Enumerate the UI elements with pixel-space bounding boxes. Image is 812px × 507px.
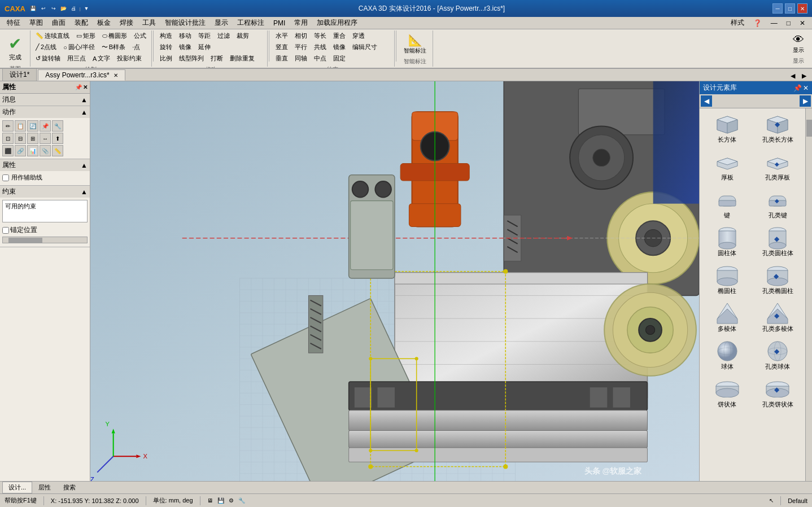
action-icon-edit[interactable]: ✏ — [2, 120, 14, 132]
menu-display[interactable]: 显示 — [210, 17, 233, 29]
tab-assy[interactable]: Assy Powertr...r3.ics* ✕ — [38, 69, 125, 81]
design-item-disk[interactable]: 饼状体 — [705, 378, 750, 409]
btn-move[interactable]: 移动 — [176, 30, 194, 41]
anchor-checkbox[interactable] — [2, 227, 9, 234]
canvas-area[interactable]: X Y Z 头条 @软服之家 — [90, 81, 699, 481]
design-item-hole-disk[interactable]: ◆ 孔类饼状体 — [755, 378, 800, 409]
qa-undo[interactable]: ↩ — [39, 4, 48, 13]
panel-close[interactable]: ✕ — [83, 84, 88, 90]
btn-tangent[interactable]: 相切 — [292, 30, 310, 41]
btn-ellipse[interactable]: ⬭椭圆形 — [99, 30, 130, 41]
menu-banjin[interactable]: 板金 — [93, 17, 115, 29]
auxiliary-line-checkbox[interactable] — [2, 174, 9, 181]
menu-pmi[interactable]: PMI — [269, 18, 290, 28]
bottom-tab-layer[interactable]: 层性 — [32, 482, 57, 493]
btn-delete-dup[interactable]: 删除重复 — [227, 53, 257, 64]
btn-parallel[interactable]: 平行 — [292, 42, 310, 53]
btn-crop[interactable]: 裁剪 — [234, 30, 252, 41]
section-properties-header[interactable]: 属性 ▲ — [0, 159, 90, 171]
design-item-hole-ellipse[interactable]: ◆ 孔类椭圆柱 — [755, 264, 800, 295]
btn-vertical[interactable]: 竖直 — [273, 42, 291, 53]
btn-smart-annotation[interactable]: 📐 智能标注 — [401, 32, 429, 56]
design-item-prism[interactable]: 多棱体 — [705, 302, 750, 333]
rpanel-scrollbar[interactable] — [805, 108, 812, 481]
design-item-hole-cyl[interactable]: ◆ 孔类圆柱体 — [755, 226, 800, 257]
btn-rotate-axis[interactable]: ↺旋转轴 — [33, 53, 63, 64]
btn-construct[interactable]: 构造 — [157, 30, 175, 41]
design-item-sphere[interactable]: 球体 — [705, 340, 750, 371]
btn-coaxial[interactable]: 同轴 — [292, 53, 310, 64]
btn-project-constraint[interactable]: 投影约束 — [114, 53, 145, 64]
btn-point[interactable]: ·点 — [129, 42, 143, 53]
btn-equal-length[interactable]: 等长 — [311, 30, 329, 41]
btn-midpoint[interactable]: 中点 — [311, 53, 329, 64]
btn-formula[interactable]: 公式 — [131, 30, 149, 41]
btn-text[interactable]: A文字 — [90, 53, 113, 64]
menu-load-app[interactable]: 加载应用程序 — [312, 17, 362, 29]
action-icon-align[interactable]: ⊟ — [15, 133, 26, 144]
btn-2point-line[interactable]: ╱2点线 — [33, 42, 59, 53]
design-item-key[interactable]: 键 — [705, 189, 750, 220]
close-button[interactable]: ✕ — [797, 3, 807, 14]
complete-button[interactable]: ✔ 完成 — [3, 32, 27, 64]
action-icon-space[interactable]: ⊞ — [27, 133, 38, 144]
menu-qumian[interactable]: 曲面 — [47, 17, 70, 29]
design-item-hole-sphere[interactable]: ◆ 孔类球体 — [755, 340, 800, 371]
btn-rectangle[interactable]: ▭矩形 — [73, 30, 98, 41]
action-icon-pin[interactable]: 📌 — [40, 120, 51, 132]
rpanel-nav-left[interactable]: ◀ — [701, 95, 712, 107]
bottom-tab-search[interactable]: 搜索 — [57, 482, 82, 493]
btn-break[interactable]: 打断 — [208, 53, 226, 64]
tab-assy-close[interactable]: ✕ — [113, 72, 118, 78]
action-icon-link[interactable]: 🔗 — [15, 145, 26, 156]
btn-extend[interactable]: 延伸 — [195, 42, 213, 53]
design-item-hole-key[interactable]: ◆ 孔类键 — [755, 189, 800, 220]
menu-close[interactable]: ✕ — [795, 18, 810, 28]
action-icon-up[interactable]: ⬆ — [52, 133, 63, 144]
menu-gongju[interactable]: 工具 — [138, 17, 160, 29]
menu-style[interactable]: 样式 — [726, 17, 749, 29]
action-icon-copy[interactable]: 📋 — [15, 120, 26, 132]
btn-edit-dim[interactable]: 编辑尺寸 — [350, 42, 380, 53]
btn-display[interactable]: 👁 显示 — [788, 32, 809, 56]
btn-pattern[interactable]: 线型阵列 — [176, 53, 207, 64]
qa-save[interactable]: 💾 — [29, 4, 38, 13]
menu-caotu[interactable]: 草图 — [25, 17, 47, 29]
btn-perpendicular[interactable]: 垂直 — [273, 53, 291, 64]
menu-common[interactable]: 常用 — [290, 17, 312, 29]
btn-penetrate[interactable]: 穿透 — [350, 30, 368, 41]
design-item-hole-box[interactable]: ◆ 孔类长方体 — [755, 113, 800, 144]
section-action-header[interactable]: 动作 ▲ — [0, 106, 90, 118]
btn-mirror[interactable]: 镜像 — [176, 42, 194, 53]
btn-rotate[interactable]: 旋转 — [157, 42, 175, 53]
constraint-scrollbar[interactable] — [2, 237, 88, 243]
btn-filter[interactable]: 过滤 — [215, 30, 233, 41]
action-icon-rotate[interactable]: 🔄 — [27, 120, 38, 132]
menu-minimize[interactable]: — — [766, 18, 782, 28]
design-item-hole-prism[interactable]: ◆ 孔类多棱体 — [755, 302, 800, 333]
section-constraint-header[interactable]: 约束 ▲ — [0, 186, 90, 198]
btn-continuous-line[interactable]: 📏连续直线 — [33, 30, 72, 41]
action-icon-tool[interactable]: 🔧 — [52, 120, 63, 132]
menu-tezheng[interactable]: 特征 — [2, 17, 25, 29]
section-message-header[interactable]: 消息 ▲ — [0, 94, 90, 106]
design-item-ellipse-cyl[interactable]: 椭圆柱 — [705, 264, 750, 295]
rpanel-nav-right[interactable]: ▶ — [800, 95, 811, 107]
btn-collinear[interactable]: 共线 — [311, 42, 329, 53]
menu-engineering[interactable]: 工程标注 — [233, 17, 269, 29]
bottom-tab-design[interactable]: 设计... — [2, 482, 32, 493]
qa-print[interactable]: 🖨 — [69, 4, 78, 13]
action-icon-pin2[interactable]: 📎 — [40, 145, 51, 156]
tab-nav-right[interactable]: ▶ — [798, 71, 810, 81]
btn-3point[interactable]: 用三点 — [64, 53, 89, 64]
tab-nav-left[interactable]: ◀ — [787, 71, 798, 81]
action-icon-chart[interactable]: 📊 — [27, 145, 38, 156]
action-icon-box[interactable]: ⬛ — [2, 145, 14, 156]
btn-horizontal[interactable]: 水平 — [273, 30, 291, 41]
menu-restore[interactable]: □ — [782, 18, 795, 28]
btn-coincide[interactable]: 重合 — [330, 30, 348, 41]
qa-open[interactable]: 📂 — [59, 4, 68, 13]
qa-redo[interactable]: ↪ — [49, 4, 58, 13]
rpanel-close[interactable]: ✕ — [803, 84, 809, 92]
design-item-cylinder[interactable]: 圆柱体 — [705, 226, 750, 257]
